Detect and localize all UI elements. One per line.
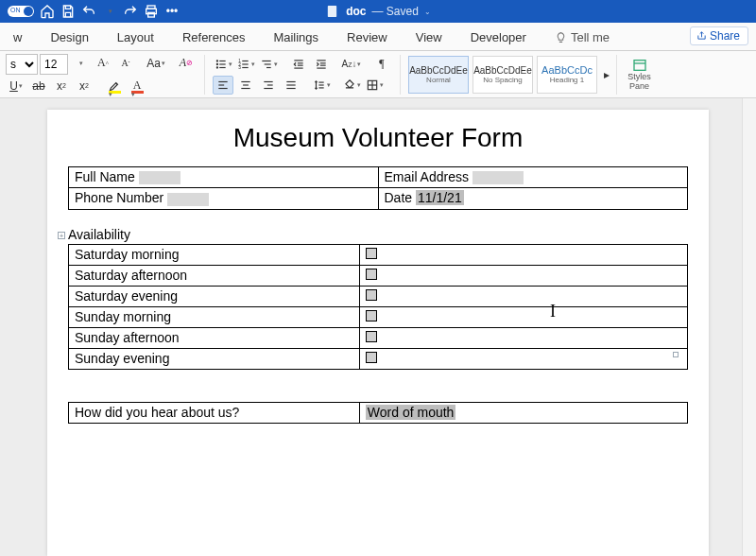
availability-table: Saturday morning Saturday afternoon Satu… [68, 244, 688, 370]
checkbox[interactable] [366, 289, 377, 301]
more-icon[interactable]: ••• [164, 4, 180, 19]
tab-view[interactable]: View [408, 25, 450, 50]
phone-field[interactable] [167, 193, 209, 206]
date-field[interactable]: 11/1/21 [416, 190, 464, 205]
sort-button[interactable]: AZ↓ [341, 55, 362, 74]
clear-format-button[interactable]: A⊘ [176, 54, 197, 73]
styles-pane-icon [630, 58, 649, 73]
tab-references[interactable]: References [175, 25, 252, 50]
word-doc-icon [325, 4, 340, 19]
hear-answer-field[interactable]: Word of mouth [366, 405, 456, 420]
share-button[interactable]: Share [690, 26, 748, 45]
quick-access-toolbar: ON ••• [0, 4, 180, 19]
document-canvas[interactable]: Museum Volunteer Form Full Name Email Ad… [0, 98, 756, 556]
style-no-spacing[interactable]: AaBbCcDdEe No Spacing [472, 56, 533, 94]
checkbox[interactable] [366, 352, 377, 363]
table-row: Full Name Email Address [69, 167, 688, 188]
align-right-button[interactable] [258, 76, 279, 95]
table-move-handle[interactable]: + [58, 232, 65, 239]
email-label: Email Address [385, 169, 469, 184]
align-left-button[interactable] [213, 76, 233, 95]
table-resize-handle[interactable] [673, 352, 679, 357]
hear-q[interactable]: How did you hear about us? [69, 402, 360, 423]
share-icon [696, 30, 707, 41]
highlight-button[interactable] [104, 77, 125, 96]
doc-title-area: doc — Saved ⌄ [325, 4, 431, 19]
checkbox[interactable] [366, 269, 377, 280]
checkbox[interactable] [366, 248, 377, 259]
table-row: Saturday evening [69, 286, 688, 306]
font-family-select[interactable]: s [6, 54, 38, 75]
borders-button[interactable] [364, 76, 385, 95]
page-title: Museum Volunteer Form [68, 123, 688, 153]
availability-label: + Availability [68, 227, 688, 242]
tab-draw[interactable]: w [6, 25, 29, 50]
redo-icon[interactable] [123, 4, 138, 19]
chevron-down-icon[interactable]: ⌄ [424, 8, 431, 16]
underline-button[interactable]: U [6, 77, 26, 96]
table-row: Saturday afternoon [69, 265, 688, 286]
svg-point-4 [216, 60, 217, 61]
date-label: Date [385, 190, 413, 205]
styles-pane-button[interactable]: StylesPane [616, 55, 654, 95]
save-icon[interactable] [60, 4, 76, 19]
email-field[interactable] [472, 171, 524, 184]
ribbon: s A^ Aˇ Aa A⊘ U ab x2 x2 A [0, 51, 756, 98]
shrink-font-button[interactable]: Aˇ [115, 54, 136, 73]
ribbon-tabs: w Design Layout References Mailings Revi… [0, 23, 756, 51]
svg-text:3: 3 [238, 65, 241, 70]
font-size-input[interactable] [40, 54, 68, 75]
styles-more-chevron[interactable]: ▸ [601, 56, 612, 94]
tab-developer[interactable]: Developer [463, 25, 534, 50]
full-name-field[interactable] [139, 171, 180, 184]
multilevel-button[interactable] [258, 55, 279, 74]
tab-review[interactable]: Review [339, 25, 395, 50]
table-row: How did you hear about us? Word of mouth [69, 402, 688, 423]
indent-right-button[interactable] [311, 55, 332, 74]
justify-button[interactable] [281, 76, 301, 95]
tell-me[interactable]: Tell me [547, 25, 617, 50]
save-state: — Saved [371, 5, 418, 18]
text-cursor: I [550, 302, 556, 321]
svg-point-8 [216, 66, 217, 67]
style-heading-1[interactable]: AaBbCcDc Heading 1 [537, 56, 597, 94]
show-marks-button[interactable]: ¶ [371, 55, 392, 74]
paragraph-group: 123 AZ↓ ¶ [213, 55, 401, 95]
font-size-dropdown[interactable] [70, 54, 91, 73]
style-normal[interactable]: AaBbCcDdEe Normal [408, 56, 469, 94]
font-group: s A^ Aˇ Aa A⊘ U ab x2 x2 A [6, 55, 205, 95]
autosave-toggle[interactable]: ON [8, 6, 34, 17]
print-icon[interactable] [144, 4, 159, 19]
contact-table: Full Name Email Address Phone Number Dat… [68, 166, 688, 210]
doc-name: doc [346, 5, 366, 18]
grow-font-button[interactable]: A^ [93, 54, 113, 73]
tab-mailings[interactable]: Mailings [266, 25, 326, 50]
numbering-button[interactable]: 123 [235, 55, 256, 74]
bulb-icon [555, 31, 567, 43]
superscript-button[interactable]: x2 [74, 77, 94, 96]
page[interactable]: Museum Volunteer Form Full Name Email Ad… [47, 110, 709, 556]
tab-design[interactable]: Design [43, 25, 95, 50]
shading-button[interactable] [341, 76, 362, 95]
line-spacing-button[interactable] [311, 76, 332, 95]
home-icon[interactable] [40, 4, 55, 19]
title-bar: ON ••• doc — Saved ⌄ [0, 0, 756, 23]
table-row: Sunday afternoon [69, 327, 688, 348]
bullets-button[interactable] [213, 55, 233, 74]
checkbox[interactable] [366, 331, 377, 342]
table-row: Phone Number Date 11/1/21 [69, 188, 688, 209]
undo-dropdown[interactable] [102, 4, 117, 19]
align-center-button[interactable] [235, 76, 256, 95]
indent-left-button[interactable] [288, 55, 309, 74]
strike-button[interactable]: ab [28, 77, 49, 96]
font-color-button[interactable]: A [127, 77, 147, 96]
change-case-button[interactable]: Aa [146, 54, 166, 73]
checkbox[interactable] [366, 310, 377, 321]
svg-rect-3 [328, 6, 336, 17]
table-row: Saturday morning [69, 244, 688, 265]
vertical-scrollbar[interactable] [742, 98, 756, 556]
tab-layout[interactable]: Layout [110, 25, 162, 50]
undo-icon[interactable] [81, 4, 96, 19]
table-row: Sunday evening [69, 348, 688, 369]
subscript-button[interactable]: x2 [51, 77, 72, 96]
